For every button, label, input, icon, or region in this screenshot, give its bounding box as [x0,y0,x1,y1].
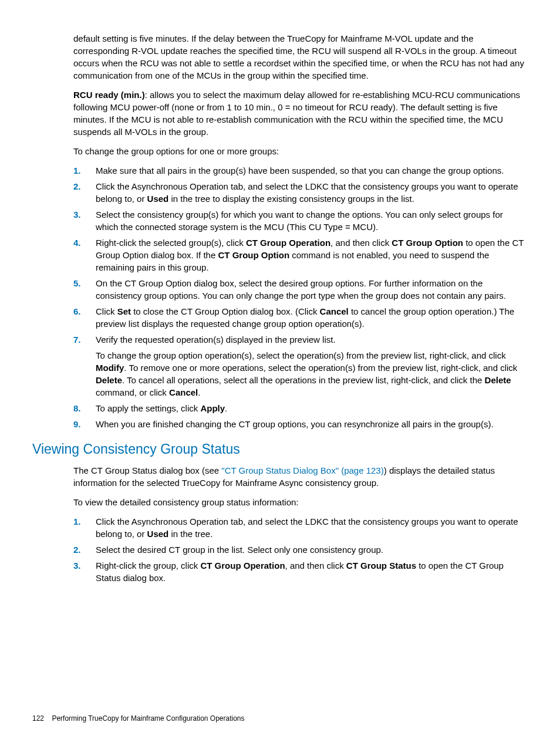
list-item: Click the Asynchronous Operation tab, an… [73,180,528,205]
page-footer: 122 Performing TrueCopy for Mainframe Co… [32,714,245,724]
footer-title: Performing TrueCopy for Mainframe Config… [52,714,244,723]
procedure-list-1: Make sure that all pairs in the group(s)… [73,164,528,430]
paragraph-ct-status: The CT Group Status dialog box (see "CT … [73,464,528,489]
list-item: To apply the settings, click Apply. [73,402,528,414]
list-item: Verify the requested operation(s) displa… [73,333,528,399]
list-item: Click Set to close the CT Group Option d… [73,305,528,330]
main-content: default setting is five minutes. If the … [73,32,528,430]
list-item: On the CT Group Option dialog box, selec… [73,277,528,302]
list-item: Click the Asynchronous Operation tab, an… [73,515,528,540]
rcu-ready-label: RCU ready (min.) [73,90,145,100]
page-number: 122 [32,714,44,723]
procedure-list-2: Click the Asynchronous Operation tab, an… [73,515,528,584]
paragraph-rcu: RCU ready (min.): allows you to select t… [73,89,528,138]
paragraph-change-intro: To change the group options for one or m… [73,145,528,157]
cross-reference-link[interactable]: "CT Group Status Dialog Box" (page 123) [221,465,383,475]
list-subparagraph: To change the group option operation(s),… [96,349,528,399]
list-item: When you are finished changing the CT gr… [73,418,528,430]
list-item: Right-click the selected group(s), click… [73,237,528,274]
list-item: Select the consistency group(s) for whic… [73,208,528,233]
list-item: Select the desired CT group in the list.… [73,544,528,556]
paragraph-intro: default setting is five minutes. If the … [73,32,528,82]
list-item: Make sure that all pairs in the group(s)… [73,164,528,177]
paragraph-ct-view: To view the detailed consistency group s… [73,496,528,508]
section-heading: Viewing Consistency Group Status [32,440,528,458]
section-content: The CT Group Status dialog box (see "CT … [73,464,528,584]
list-item: Right-click the group, click CT Group Op… [73,559,528,584]
